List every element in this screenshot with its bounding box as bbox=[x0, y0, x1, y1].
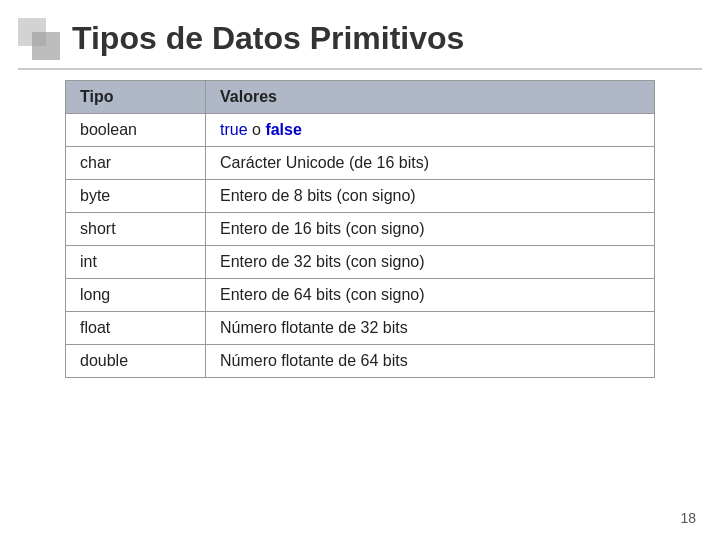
valores-double: Número flotante de 64 bits bbox=[206, 345, 655, 378]
keyword-true: true bbox=[220, 121, 248, 138]
tipo-short: short bbox=[66, 213, 206, 246]
tipo-byte: byte bbox=[66, 180, 206, 213]
valores-long: Entero de 64 bits (con signo) bbox=[206, 279, 655, 312]
col-header-tipo: Tipo bbox=[66, 81, 206, 114]
title-divider bbox=[18, 68, 702, 70]
page-number: 18 bbox=[680, 510, 696, 526]
table-row: char Carácter Unicode (de 16 bits) bbox=[66, 147, 655, 180]
decorative-squares bbox=[18, 18, 62, 62]
valores-int: Entero de 32 bits (con signo) bbox=[206, 246, 655, 279]
col-header-valores: Valores bbox=[206, 81, 655, 114]
deco-square-2 bbox=[32, 32, 60, 60]
boolean-o: o bbox=[252, 121, 265, 138]
table-row: long Entero de 64 bits (con signo) bbox=[66, 279, 655, 312]
valores-boolean: true o false bbox=[206, 114, 655, 147]
tipo-double: double bbox=[66, 345, 206, 378]
table-row: byte Entero de 8 bits (con signo) bbox=[66, 180, 655, 213]
valores-float: Número flotante de 32 bits bbox=[206, 312, 655, 345]
tipo-float: float bbox=[66, 312, 206, 345]
data-table-container: Tipo Valores boolean true o false char C… bbox=[65, 80, 655, 378]
table-row: int Entero de 32 bits (con signo) bbox=[66, 246, 655, 279]
tipo-boolean: boolean bbox=[66, 114, 206, 147]
valores-byte: Entero de 8 bits (con signo) bbox=[206, 180, 655, 213]
slide: Tipos de Datos Primitivos Tipo Valores b… bbox=[0, 0, 720, 540]
keyword-false: false bbox=[265, 121, 301, 138]
valores-short: Entero de 16 bits (con signo) bbox=[206, 213, 655, 246]
tipo-long: long bbox=[66, 279, 206, 312]
table-row: double Número flotante de 64 bits bbox=[66, 345, 655, 378]
tipo-char: char bbox=[66, 147, 206, 180]
table-row: short Entero de 16 bits (con signo) bbox=[66, 213, 655, 246]
table-row: boolean true o false bbox=[66, 114, 655, 147]
table-row: float Número flotante de 32 bits bbox=[66, 312, 655, 345]
valores-char: Carácter Unicode (de 16 bits) bbox=[206, 147, 655, 180]
primitives-table: Tipo Valores boolean true o false char C… bbox=[65, 80, 655, 378]
table-header-row: Tipo Valores bbox=[66, 81, 655, 114]
tipo-int: int bbox=[66, 246, 206, 279]
slide-title: Tipos de Datos Primitivos bbox=[72, 20, 464, 57]
